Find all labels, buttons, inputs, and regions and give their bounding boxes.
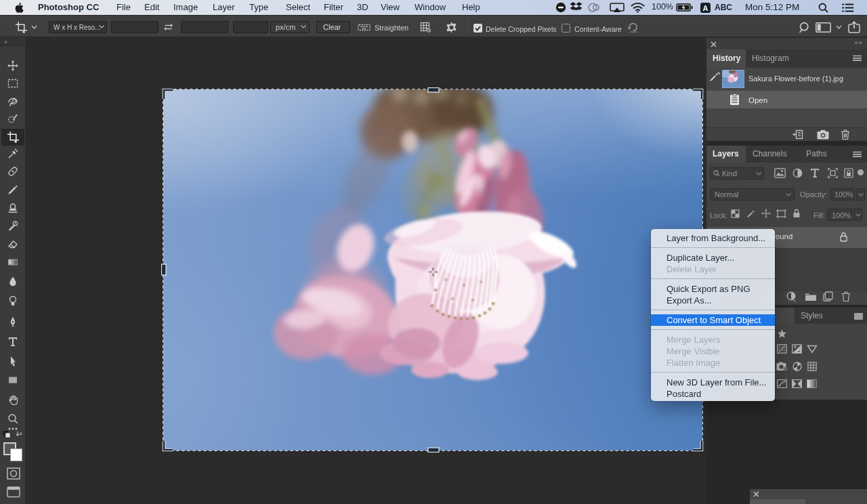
svg-text:A: A — [703, 3, 709, 12]
